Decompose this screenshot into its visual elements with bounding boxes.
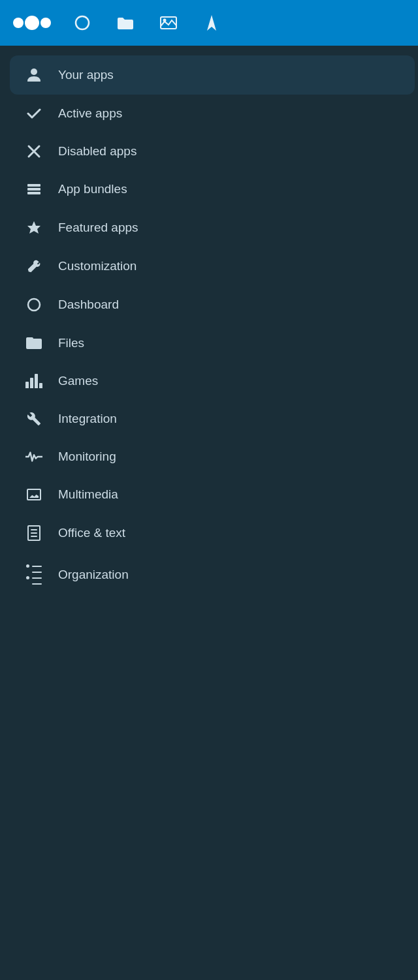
sidebar-item-active-apps[interactable]: Active apps <box>10 95 415 132</box>
sidebar-item-label-your-apps: Your apps <box>58 68 114 82</box>
svg-marker-3 <box>207 15 216 31</box>
sidebar-item-label-active-apps: Active apps <box>58 106 122 121</box>
sidebar-item-label-office-text: Office & text <box>58 526 125 540</box>
sidebar-item-label-monitoring: Monitoring <box>58 450 116 464</box>
sidebar-item-label-customization: Customization <box>58 259 137 273</box>
office-text-icon <box>24 525 44 541</box>
sidebar-item-office-text[interactable]: Office & text <box>10 513 415 553</box>
nav-icon-activity[interactable] <box>200 11 223 35</box>
customization-icon <box>24 259 44 273</box>
star-icon <box>24 220 44 236</box>
sidebar-item-app-bundles[interactable]: App bundles <box>10 170 415 208</box>
nav-icon-folder[interactable] <box>114 11 137 35</box>
svg-point-2 <box>163 19 167 22</box>
sidebar: Your apps Active apps Disabled apps <box>10 52 415 600</box>
sidebar-item-label-organization: Organization <box>58 568 129 582</box>
multimedia-icon <box>24 489 44 500</box>
sidebar-item-games[interactable]: Games <box>10 362 415 400</box>
nextcloud-logo[interactable] <box>13 16 51 30</box>
svg-rect-8 <box>27 188 40 191</box>
sidebar-item-label-games: Games <box>58 374 98 388</box>
sidebar-item-label-multimedia: Multimedia <box>58 487 118 502</box>
sidebar-item-customization[interactable]: Customization <box>10 247 415 285</box>
organization-icon <box>24 564 44 585</box>
files-icon <box>24 337 44 349</box>
bundles-icon <box>24 183 44 196</box>
sidebar-item-label-disabled-apps: Disabled apps <box>58 144 137 159</box>
sidebar-item-integration[interactable]: Integration <box>10 400 415 438</box>
games-icon <box>24 374 44 388</box>
sidebar-item-dashboard[interactable]: Dashboard <box>10 285 415 324</box>
integration-icon <box>24 412 44 426</box>
sidebar-item-multimedia[interactable]: Multimedia <box>10 476 415 513</box>
sidebar-item-your-apps[interactable]: Your apps <box>10 55 415 95</box>
sidebar-item-disabled-apps[interactable]: Disabled apps <box>10 132 415 170</box>
x-icon <box>24 144 44 159</box>
sidebar-item-files[interactable]: Files <box>10 324 415 362</box>
sidebar-item-featured-apps[interactable]: Featured apps <box>10 208 415 247</box>
sidebar-item-label-featured-apps: Featured apps <box>58 221 138 235</box>
sidebar-item-monitoring[interactable]: Monitoring <box>10 438 415 476</box>
sidebar-item-organization[interactable]: Organization <box>10 553 415 597</box>
svg-marker-10 <box>27 221 40 234</box>
sidebar-item-label-app-bundles: App bundles <box>58 182 127 196</box>
svg-point-4 <box>31 69 37 75</box>
nav-icon-photos[interactable] <box>157 11 180 35</box>
sidebar-item-label-dashboard: Dashboard <box>58 298 119 312</box>
sidebar-item-label-integration: Integration <box>58 412 117 426</box>
dashboard-icon <box>24 297 44 313</box>
svg-rect-9 <box>27 192 40 194</box>
check-icon <box>24 106 44 121</box>
svg-point-0 <box>76 16 89 29</box>
svg-point-11 <box>28 299 40 311</box>
top-nav <box>0 0 418 46</box>
person-icon <box>24 67 44 83</box>
svg-rect-7 <box>27 184 40 187</box>
nav-icon-circle[interactable] <box>71 11 94 35</box>
sidebar-item-label-files: Files <box>58 336 84 350</box>
monitoring-icon <box>24 450 44 463</box>
